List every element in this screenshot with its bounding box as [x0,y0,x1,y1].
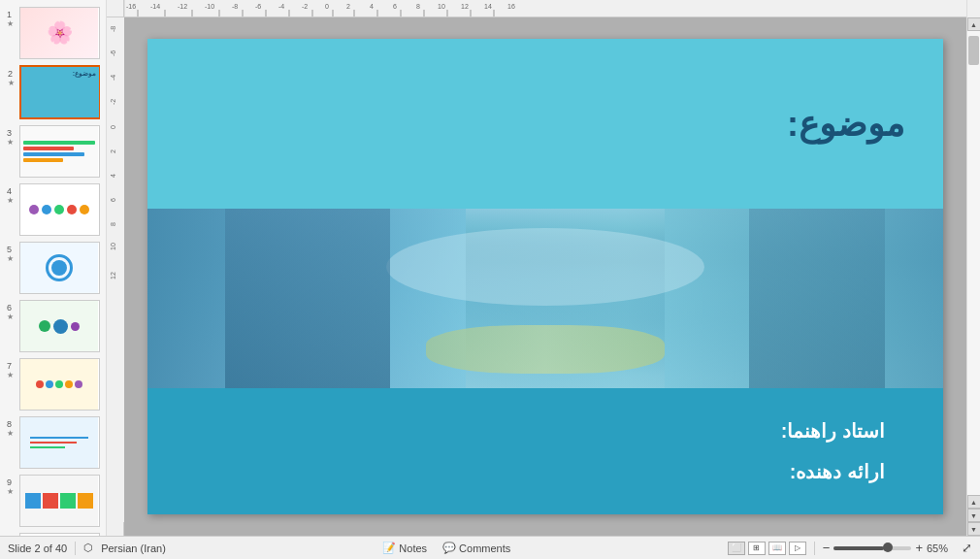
svg-text:-2: -2 [110,99,116,105]
main-area: -16 -14 -12 -10 -8 -6 -4 -2 0 2 4 6 [107,0,980,536]
ruler-h-svg: -16 -14 -12 -10 -8 -6 -4 -2 0 2 4 6 [124,0,966,16]
notes-icon: 📝 [382,542,396,554]
ruler-container: -16 -14 -12 -10 -8 -6 -4 -2 0 2 4 6 [107,0,980,536]
star-icon-2: ★ [8,79,15,87]
svg-text:2: 2 [110,149,116,153]
star-icon-8: ★ [7,429,14,438]
status-divider-1 [75,542,76,555]
star-icon-4: ★ [7,196,14,205]
slideshow-icon[interactable]: ▷ [789,542,806,555]
star-icon-9: ★ [7,487,14,496]
slide-thumb-inner-4 [20,184,98,235]
slide-sorter-icon[interactable]: ⊞ [748,542,766,555]
svg-text:-16: -16 [126,3,136,10]
svg-text:6: 6 [110,198,116,202]
svg-rect-0 [124,0,966,16]
ruler-h-area: -16 -14 -12 -10 -8 -6 -4 -2 0 2 4 6 [107,0,980,17]
language-info: Persian (Iran) [101,543,166,554]
surgery-light [386,228,704,306]
svg-text:12: 12 [461,3,469,10]
thumb-title-text: موضوع: [73,70,96,78]
slide-thumb-inner-2: موضوع: [21,67,99,117]
slide-thumb-1[interactable]: 1 ★ 🌸 [19,7,100,59]
slide-thumb-9[interactable]: 9 ★ [19,475,100,527]
slide-number-9: 9 [7,477,12,487]
slide-thumb-8[interactable]: 8 ★ [19,416,100,469]
reading-view-icon[interactable]: 📖 [768,542,786,555]
scrollbar-up-btn[interactable]: ▲ [967,17,981,31]
slide-thumb-4[interactable]: 4 ★ [19,183,100,236]
svg-text:6: 6 [393,3,397,10]
slide-info: Slide 2 of 40 [8,543,67,554]
svg-text:0: 0 [110,125,116,129]
scrollbar-page-down-btn[interactable]: ▼ [967,509,981,522]
normal-view-icon[interactable]: ⬜ [728,542,745,555]
svg-text:10: 10 [438,3,445,10]
svg-text:14: 14 [484,3,492,10]
slide-number-5: 5 [7,245,12,254]
slide-thumb-inner-8 [20,417,98,468]
svg-text:16: 16 [507,3,515,10]
zoom-slider-thumb[interactable] [883,543,893,552]
status-bar: Slide 2 of 40 ⬡ Persian (Iran) 📝 Notes 💬… [0,536,980,559]
slide-number-1: 1 [7,10,12,19]
status-divider-2 [814,542,815,555]
svg-text:-4: -4 [278,3,284,10]
slide-thumb-7[interactable]: 7 ★ [19,358,100,411]
slide-presenter-label: ارائه دهنده: [790,460,885,483]
svg-text:-8: -8 [232,3,238,10]
slide-thumb-inner-3 [20,126,98,177]
star-icon-1: ★ [7,19,14,28]
slide-top-section: موضوع: [147,39,943,209]
zoom-in-icon[interactable]: + [915,541,923,555]
slide-number-7: 7 [7,361,12,371]
status-left: Slide 2 of 40 ⬡ Persian (Iran) [8,542,166,555]
slide-instructor-label: استاد راهنما: [781,419,885,443]
svg-rect-35 [107,17,124,522]
svg-text:4: 4 [110,174,116,178]
zoom-out-icon[interactable]: − [823,541,831,555]
slide-image-section [147,209,943,388]
star-icon-5: ★ [7,254,14,263]
svg-text:4: 4 [370,3,374,10]
slide-panel: 1 ★ 🌸 2 ★ موضوع: 3 ★ [0,0,107,536]
scrollbar-thumb-v[interactable] [968,36,979,65]
slide-number-6: 6 [7,303,12,312]
star-icon-7: ★ [7,371,14,379]
comments-label: Comments [459,543,510,554]
flower-icon: 🌸 [47,20,73,46]
slide-thumb-inner-1: 🌸 [20,8,98,58]
notes-label: Notes [399,543,427,554]
svg-text:-6: -6 [255,3,261,10]
scrollbar-down-btn[interactable]: ▼ [967,522,981,536]
slide-thumb-inner-5 [20,243,98,293]
fit-slide-icon[interactable]: ⤢ [962,541,972,555]
app-container: 1 ★ 🌸 2 ★ موضوع: 3 ★ [0,0,980,536]
scrollbar-track-v[interactable] [967,31,980,495]
ruler-corner-right [966,0,980,17]
scrollbar-page-up-btn[interactable]: ▲ [967,495,981,509]
surgery-figure-right [749,209,885,388]
scrollbar-vertical: ▲ ▲ ▼ ▼ [966,17,980,536]
slide-thumb-2[interactable]: 2 ★ موضوع: [19,65,100,119]
zoom-slider[interactable] [833,546,911,550]
ruler-v-svg: -8 -6 -4 -2 0 2 4 6 8 10 12 [107,17,124,522]
zoom-level[interactable]: 65% [927,543,954,554]
slide-thumb-10[interactable]: 10 ★ [19,533,100,536]
slide-number-3: 3 [7,128,12,138]
accessibility-icon[interactable]: ⬡ [83,542,93,554]
svg-text:12: 12 [110,272,116,280]
svg-text:-8: -8 [110,26,116,32]
svg-text:-14: -14 [150,3,160,10]
star-icon-6: ★ [7,312,14,321]
comments-button[interactable]: 💬 Comments [437,540,516,556]
canvas-wrapper[interactable]: موضوع: [124,17,966,536]
svg-text:-4: -4 [110,75,116,81]
slide-thumb-5[interactable]: 5 ★ [19,242,100,294]
notes-button[interactable]: 📝 Notes [376,540,433,556]
slide-thumb-3[interactable]: 3 ★ [19,125,100,178]
ruler-horizontal: -16 -14 -12 -10 -8 -6 -4 -2 0 2 4 6 [124,0,966,17]
view-icons-group: ⬜ ⊞ 📖 ▷ [728,542,806,555]
svg-text:10: 10 [110,243,116,250]
slide-thumb-6[interactable]: 6 ★ [19,300,100,352]
